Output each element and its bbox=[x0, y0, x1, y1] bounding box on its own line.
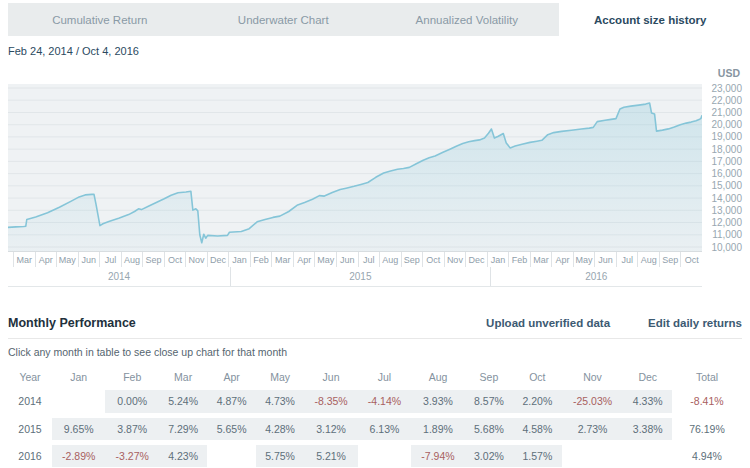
y-axis-tick-label: 21,000 bbox=[711, 107, 742, 118]
total-cell: 4.94% bbox=[672, 442, 742, 468]
column-header-mar: Mar bbox=[159, 367, 207, 390]
month-value-cell-aug[interactable]: 3.93% bbox=[411, 390, 464, 415]
year-cell: 2016 bbox=[8, 442, 52, 468]
x-axis-month-label: Jul bbox=[358, 252, 380, 267]
month-value-cell-apr[interactable]: 5.65% bbox=[207, 415, 255, 442]
x-axis-year-label: 2014 bbox=[8, 267, 230, 286]
y-axis-tick-label: 16,000 bbox=[711, 168, 742, 179]
account-size-chart: MarAprMayJunJulAugSepOctNovDecJanFebMarA… bbox=[8, 84, 742, 287]
month-value-cell-apr[interactable]: 4.87% bbox=[207, 390, 255, 415]
month-value-cell-jul[interactable]: -4.14% bbox=[358, 390, 411, 415]
x-axis-month-label: Nov bbox=[185, 252, 207, 267]
month-value-cell-jun[interactable]: -8.35% bbox=[304, 390, 357, 415]
month-value-cell-sep[interactable]: 5.68% bbox=[465, 415, 513, 442]
column-header-nov: Nov bbox=[562, 367, 624, 390]
x-axis-month-label: Aug bbox=[379, 252, 401, 267]
date-range: Feb 24, 2014 / Oct 4, 2016 bbox=[8, 45, 742, 57]
y-axis-tick-label: 20,000 bbox=[711, 119, 742, 130]
month-value-cell-feb[interactable]: 3.87% bbox=[105, 415, 158, 442]
x-axis-month-label: Nov bbox=[444, 252, 466, 267]
tab-underwater-chart[interactable]: Underwater Chart bbox=[192, 3, 376, 36]
month-value-cell-jun[interactable]: 5.21% bbox=[304, 442, 357, 468]
month-value-cell-oct[interactable]: 4.58% bbox=[513, 415, 561, 442]
month-value-cell-feb[interactable]: 0.00% bbox=[105, 390, 158, 415]
x-axis-months: MarAprMayJunJulAugSepOctNovDecJanFebMarA… bbox=[8, 251, 702, 267]
month-value-cell-aug[interactable]: 1.89% bbox=[411, 415, 464, 442]
column-header-jun: Jun bbox=[304, 367, 357, 390]
y-axis-tick-label: 15,000 bbox=[711, 180, 742, 191]
month-value-cell-oct[interactable]: 1.57% bbox=[513, 442, 561, 468]
x-axis-month-label: Feb bbox=[250, 252, 272, 267]
month-value-cell-nov[interactable]: 2.73% bbox=[562, 415, 624, 442]
x-axis-month-label: Mar bbox=[530, 252, 552, 267]
account-size-area-chart bbox=[8, 84, 702, 251]
year-cell: 2014 bbox=[8, 390, 52, 415]
month-value-cell-dec[interactable]: 4.33% bbox=[623, 390, 672, 415]
x-axis-month-label: Jun bbox=[594, 252, 616, 267]
month-value-cell-may[interactable]: 4.28% bbox=[256, 415, 304, 442]
chart-plot-area[interactable] bbox=[8, 84, 702, 251]
column-header-feb: Feb bbox=[105, 367, 158, 390]
x-axis-month-label: May bbox=[56, 252, 78, 267]
column-header-total: Total bbox=[672, 367, 742, 390]
x-axis-month-label: Jun bbox=[336, 252, 358, 267]
month-value-cell-mar[interactable]: 7.29% bbox=[159, 415, 207, 442]
x-axis-year-label: 2016 bbox=[490, 267, 702, 286]
x-axis-month-label: Jul bbox=[99, 252, 121, 267]
x-axis-month-label: Oct bbox=[680, 252, 702, 267]
column-header-year: Year bbox=[8, 367, 52, 390]
month-value-cell-aug[interactable]: -7.94% bbox=[411, 442, 464, 468]
y-axis-tick-label: 23,000 bbox=[711, 83, 742, 94]
column-header-sep: Sep bbox=[465, 367, 513, 390]
upload-unverified-data-link[interactable]: Upload unverified data bbox=[486, 317, 610, 329]
edit-daily-returns-link[interactable]: Edit daily returns bbox=[648, 317, 742, 329]
x-axis-years: 201420152016 bbox=[8, 267, 702, 287]
month-value-cell-sep[interactable]: 8.57% bbox=[465, 390, 513, 415]
y-axis-tick-label: 17,000 bbox=[711, 156, 742, 167]
table-row-2014: 20140.00%5.24%4.87%4.73%-8.35%-4.14%3.93… bbox=[8, 390, 742, 415]
column-header-dec: Dec bbox=[623, 367, 672, 390]
x-axis-month-label: Aug bbox=[637, 252, 659, 267]
month-value-cell-may[interactable]: 4.73% bbox=[256, 390, 304, 415]
currency-label: USD bbox=[8, 67, 742, 79]
month-value-cell-apr bbox=[207, 442, 255, 468]
tab-bar: Cumulative ReturnUnderwater ChartAnnuali… bbox=[8, 3, 742, 36]
tab-annualized-volatility[interactable]: Annualized Volatility bbox=[375, 3, 559, 36]
x-axis-month-label: Oct bbox=[422, 252, 444, 267]
month-value-cell-jul bbox=[358, 442, 411, 468]
x-axis-month-label: May bbox=[573, 252, 595, 267]
y-axis-labels: 23,00022,00021,00020,00019,00018,00017,0… bbox=[702, 84, 742, 251]
table-row-2016: 2016-2.89%-3.27%4.23%5.75%5.21%-7.94%3.0… bbox=[8, 442, 742, 468]
x-axis-month-label: Jul bbox=[616, 252, 638, 267]
account-page: Cumulative ReturnUnderwater ChartAnnuali… bbox=[0, 3, 750, 468]
month-value-cell-sep[interactable]: 3.02% bbox=[465, 442, 513, 468]
month-value-cell-feb[interactable]: -3.27% bbox=[105, 442, 158, 468]
x-axis-month-label: Sep bbox=[659, 252, 681, 267]
month-value-cell-jun[interactable]: 3.12% bbox=[304, 415, 357, 442]
month-value-cell-jul[interactable]: 6.13% bbox=[358, 415, 411, 442]
month-value-cell-oct[interactable]: 2.20% bbox=[513, 390, 561, 415]
y-axis-tick-label: 12,000 bbox=[711, 217, 742, 228]
year-cell: 2015 bbox=[8, 415, 52, 442]
y-axis-tick-label: 14,000 bbox=[711, 193, 742, 204]
tab-account-size-history[interactable]: Account size history bbox=[559, 3, 743, 36]
column-header-oct: Oct bbox=[513, 367, 561, 390]
x-axis-month-label: Apr bbox=[35, 252, 57, 267]
tab-cumulative-return[interactable]: Cumulative Return bbox=[8, 3, 192, 36]
monthly-performance-table: YearJanFebMarAprMayJunJulAugSepOctNovDec… bbox=[8, 367, 742, 468]
month-value-cell-dec[interactable]: 3.38% bbox=[623, 415, 672, 442]
month-value-cell-may[interactable]: 5.75% bbox=[256, 442, 304, 468]
month-value-cell-jan[interactable]: 9.65% bbox=[52, 415, 105, 442]
divider bbox=[8, 338, 742, 339]
x-axis-month-label: Aug bbox=[121, 252, 143, 267]
x-axis-month-label: Apr bbox=[293, 252, 315, 267]
month-value-cell-mar[interactable]: 4.23% bbox=[159, 442, 207, 468]
x-axis-month-label: Mar bbox=[13, 252, 35, 267]
month-value-cell-nov bbox=[562, 442, 624, 468]
y-axis-tick-label: 11,000 bbox=[712, 229, 742, 240]
month-value-cell-nov[interactable]: -25.03% bbox=[562, 390, 624, 415]
month-value-cell-jan[interactable]: -2.89% bbox=[52, 442, 105, 468]
x-axis-month-label: Dec bbox=[465, 252, 487, 267]
month-value-cell-mar[interactable]: 5.24% bbox=[159, 390, 207, 415]
column-header-jul: Jul bbox=[358, 367, 411, 390]
